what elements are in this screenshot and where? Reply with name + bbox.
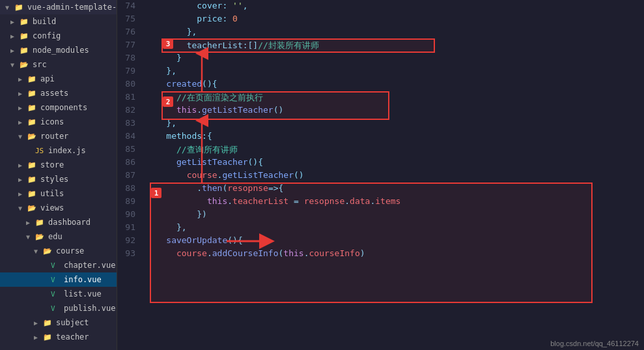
expand-arrow: ▼ [5, 4, 14, 11]
folder-icon: 📁 [27, 104, 38, 112]
line-number: 77 [117, 39, 143, 52]
code-line-89: 89 this.teacherList = resopnse.data.item… [117, 196, 644, 209]
sidebar-item-chapter-vue[interactable]: V chapter.vue [0, 258, 117, 272]
folder-icon: 📁 [27, 75, 38, 83]
sidebar-item-icons[interactable]: ▶ 📁 icons [0, 115, 117, 129]
sidebar-item-views[interactable]: ▼ 📂 views [0, 201, 117, 215]
code-line-88: 88 .then(resopnse=>{ [117, 182, 644, 196]
folder-open-icon: 📂 [27, 132, 38, 141]
folder-icon: 📁 [43, 319, 53, 327]
folder-icon: 📁 [20, 32, 30, 40]
code-line-75: 75 price: 0 [117, 13, 644, 26]
expand-arrow: ▶ [34, 319, 43, 327]
sidebar-label: vue-admin-template-... [27, 3, 117, 12]
line-number: 85 [117, 143, 143, 156]
sidebar-item-styles[interactable]: ▶ 📁 styles [0, 172, 117, 186]
line-number: 89 [117, 196, 143, 209]
line-number: 80 [117, 78, 143, 91]
sidebar-label: subject [56, 318, 89, 327]
sidebar-item-router-index[interactable]: JS index.js [0, 143, 117, 158]
sidebar-item-root[interactable]: ▼ 📁 vue-admin-template-... [0, 0, 117, 14]
line-number: 86 [117, 156, 143, 169]
code-line-93: 93 course.addCourseInfo(this.courseInfo) [117, 248, 644, 261]
sidebar-item-components[interactable]: ▶ 📁 components [0, 100, 117, 115]
sidebar-item-info-vue[interactable]: V info.vue [0, 272, 117, 287]
code-line-78: 78 } [117, 52, 644, 65]
sidebar-label: build [33, 17, 56, 26]
folder-open-icon: 📂 [35, 233, 46, 241]
line-number: 84 [117, 130, 143, 143]
code-line-74: 74 cover: '', [117, 0, 644, 13]
sidebar-item-store[interactable]: ▶ 📁 store [0, 158, 117, 172]
code-line-90: 90 }) [117, 209, 644, 222]
sidebar-item-build[interactable]: ▶ 📁 build [0, 14, 117, 29]
folder-icon: 📁 [27, 89, 38, 98]
sidebar-item-src[interactable]: ▼ 📂 src [0, 57, 117, 72]
line-code: //查询所有讲师 [143, 143, 644, 156]
code-line-82: 82 this.getListTeacher() [117, 104, 644, 117]
expand-arrow: ▶ [18, 176, 27, 183]
sidebar-item-subject[interactable]: ▶ 📁 subject [0, 315, 117, 330]
folder-icon: 📁 [27, 190, 38, 198]
line-code: .then(resopnse=>{ [143, 182, 644, 196]
code-line-76: 76 }, [117, 26, 644, 39]
line-code: }, [143, 65, 644, 78]
code-table: 74 cover: '', 75 price: 0 76 }, 77 teach… [117, 0, 644, 261]
sidebar-item-dashboard[interactable]: ▶ 📁 dashboard [0, 215, 117, 229]
line-number: 78 [117, 52, 143, 65]
sidebar-label: info.vue [64, 275, 102, 284]
expand-arrow: ▼ [26, 233, 35, 241]
expand-arrow: ▼ [34, 248, 43, 255]
line-code: course.addCourseInfo(this.courseInfo) [143, 248, 644, 261]
sidebar-label: list.vue [64, 289, 102, 299]
line-number: 88 [117, 182, 143, 196]
expand-arrow: ▶ [10, 18, 20, 25]
sidebar-label: course [56, 246, 84, 255]
sidebar-label: router [40, 132, 68, 141]
sidebar-item-list-vue[interactable]: V list.vue [0, 287, 117, 301]
vue-icon: V [51, 290, 61, 299]
code-line-81: 81 //在页面渲染之前执行 [117, 91, 644, 104]
code-line-86: 86 getListTeacher(){ [117, 156, 644, 169]
expand-arrow: ▶ [18, 76, 27, 83]
sidebar-label: src [33, 60, 47, 69]
line-code: //在页面渲染之前执行 [143, 91, 644, 104]
js-icon: JS [35, 147, 46, 155]
sidebar-item-node-modules[interactable]: ▶ 📁 node_modules [0, 43, 117, 57]
line-number: 74 [117, 0, 143, 13]
line-number: 91 [117, 222, 143, 235]
sidebar-item-utils[interactable]: ▶ 📁 utils [0, 186, 117, 201]
expand-arrow: ▶ [10, 33, 20, 40]
sidebar-item-teacher[interactable]: ▶ 📁 teacher [0, 330, 117, 344]
line-code: getListTeacher(){ [143, 156, 644, 169]
expand-arrow: ▶ [18, 119, 27, 126]
line-code: this.teacherList = resopnse.data.items [143, 196, 644, 209]
sidebar-item-edu[interactable]: ▼ 📂 edu [0, 229, 117, 244]
sidebar-item-course[interactable]: ▼ 📂 course [0, 244, 117, 258]
expand-arrow: ▼ [10, 61, 20, 68]
sidebar-label: views [40, 203, 64, 212]
folder-icon: 📁 [27, 161, 38, 169]
code-editor: 74 cover: '', 75 price: 0 76 }, 77 teach… [117, 0, 644, 350]
sidebar-item-config[interactable]: ▶ 📁 config [0, 29, 117, 43]
sidebar-label: edu [48, 232, 63, 241]
expand-arrow: ▶ [18, 162, 27, 169]
sidebar-label: icons [40, 117, 64, 126]
code-line-87: 87 course.getListTeacher() [117, 169, 644, 182]
folder-icon: 📁 [27, 118, 38, 126]
sidebar-label: dashboard [48, 218, 91, 227]
expand-arrow: ▶ [10, 47, 20, 54]
sidebar-item-router[interactable]: ▼ 📂 router [0, 129, 117, 143]
line-code: }, [143, 26, 644, 39]
folder-icon: 📁 [43, 333, 53, 342]
sidebar-item-publish-vue[interactable]: V publish.vue [0, 301, 117, 315]
vue-icon: V [51, 304, 61, 313]
line-code: cover: '', [143, 0, 644, 13]
line-number: 90 [117, 209, 143, 222]
sidebar-item-api[interactable]: ▶ 📁 api [0, 72, 117, 86]
vue-icon: V [51, 261, 61, 270]
line-number: 93 [117, 248, 143, 261]
expand-arrow: ▼ [18, 133, 27, 140]
sidebar-item-assets[interactable]: ▶ 📁 assets [0, 86, 117, 100]
line-code: price: 0 [143, 13, 644, 26]
